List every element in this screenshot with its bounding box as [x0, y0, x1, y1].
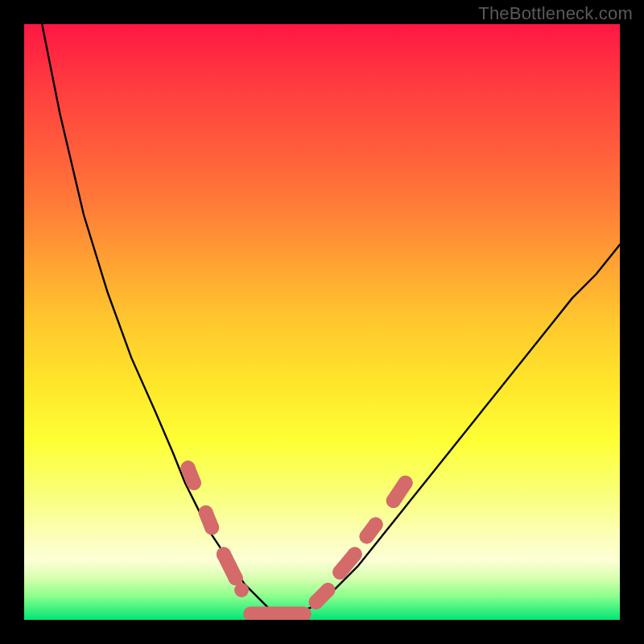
marker-dot: [332, 565, 347, 580]
marker-dot: [204, 520, 219, 535]
curve-markers: [181, 460, 413, 613]
marker-dot: [348, 547, 362, 562]
watermark-text: TheBottleneck.com: [478, 3, 633, 24]
marker-dot: [386, 493, 401, 508]
marker-dot: [398, 476, 413, 490]
marker-dot: [369, 518, 383, 532]
marker-dot: [360, 529, 374, 543]
marker-dot: [217, 547, 231, 562]
marker-dot: [199, 506, 213, 520]
curve-path: [42, 24, 620, 614]
chart-svg: [24, 24, 620, 620]
marker-dot: [234, 583, 249, 597]
marker-dot: [187, 476, 201, 490]
marker-dot: [181, 460, 196, 475]
marker-dot: [309, 595, 324, 609]
chart-frame: TheBottleneck.com: [0, 0, 644, 644]
bottleneck-curve: [42, 24, 620, 614]
marker-dot: [320, 583, 335, 597]
